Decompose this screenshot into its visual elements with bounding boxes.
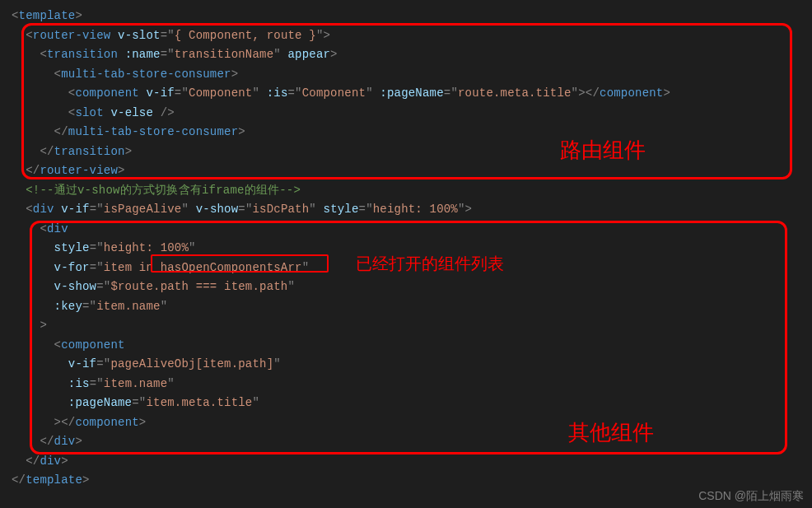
code-line: style="height: 100%" bbox=[12, 239, 812, 259]
code-line: <router-view v-slot="{ Component, route … bbox=[12, 26, 812, 46]
code-line: </router-view> bbox=[12, 161, 812, 181]
code-line: <multi-tab-store-consumer> bbox=[12, 65, 812, 85]
code-line: <component bbox=[12, 336, 812, 356]
code-line: <slot v-else /> bbox=[12, 104, 812, 124]
code-line: </transition> bbox=[12, 142, 812, 162]
code-line: </div> bbox=[12, 432, 812, 452]
code-line: :pageName="item.meta.title" bbox=[12, 394, 812, 413]
code-line: v-show="$route.path === item.path" bbox=[12, 277, 812, 297]
code-line: </multi-tab-store-consumer> bbox=[12, 123, 812, 142]
code-line: <component v-if="Component" :is="Compone… bbox=[12, 84, 812, 104]
code-line: <template> bbox=[12, 7, 812, 26]
code-line: <div bbox=[12, 220, 812, 240]
code-editor: <template> <router-view v-slot="{ Compon… bbox=[0, 0, 812, 497]
code-line: ></component> bbox=[12, 413, 812, 433]
code-line: > bbox=[12, 316, 812, 336]
code-line: v-for="item in hasOpenComponentsArr" bbox=[12, 259, 812, 278]
code-line: <div v-if="isPageAlive" v-show="isDcPath… bbox=[12, 200, 812, 220]
code-line: v-if="pageAliveObj[item.path]" bbox=[12, 355, 812, 375]
watermark: CSDN @陌上烟雨寒 bbox=[698, 489, 804, 504]
code-line: :is="item.name" bbox=[12, 375, 812, 394]
code-line: </div> bbox=[12, 452, 812, 472]
code-line: :key="item.name" bbox=[12, 297, 812, 317]
code-line: <!--通过v-show的方式切换含有iframe的组件--> bbox=[12, 181, 812, 201]
code-line: <transition :name="transitionName" appea… bbox=[12, 45, 812, 65]
code-line: </template> bbox=[12, 471, 812, 491]
